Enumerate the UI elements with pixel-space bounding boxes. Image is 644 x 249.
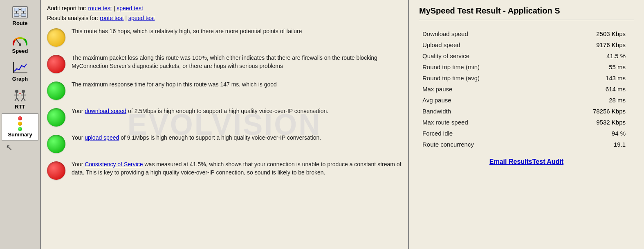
audit-header-text: Audit report for: [47, 5, 87, 11]
stat-value: 143 ms [546, 72, 634, 84]
stat-value: 614 ms [546, 84, 634, 95]
svg-line-21 [21, 98, 23, 101]
result-text-3: The maximum response time for any hop in… [72, 81, 402, 89]
table-row: Bandwidth78256 Kbps [419, 106, 634, 117]
sidebar: Route Speed Graph [0, 0, 41, 249]
result-rows: This route has 16 hops, which is relativ… [47, 27, 402, 180]
svg-point-13 [15, 90, 18, 93]
stat-value: 78256 Kbps [546, 106, 634, 117]
email-results-label: Email Results [489, 158, 532, 165]
left-panel: Audit report for: route test | speed tes… [41, 0, 409, 249]
download-speed-link[interactable]: download speed [85, 108, 126, 114]
stat-label: Max route speed [419, 117, 546, 128]
main-content: Audit report for: route test | speed tes… [41, 0, 644, 249]
consistency-link[interactable]: Consistency of Service [85, 161, 143, 168]
email-results-link[interactable]: Email ResultsTest Audit [489, 158, 563, 165]
table-row: Upload speed9176 Kbps [419, 39, 634, 50]
status-indicator-red-2 [47, 161, 65, 180]
svg-rect-4 [14, 13, 19, 16]
sidebar-speed-label: Speed [12, 48, 28, 54]
speed-icon [12, 33, 28, 47]
table-row: Max pause614 ms [419, 84, 634, 95]
stat-value: 55 ms [546, 61, 634, 72]
stat-label: Avg pause [419, 95, 546, 106]
audit-speed-link[interactable]: speed test [117, 5, 143, 11]
stat-value: 9532 Kbps [546, 117, 634, 128]
table-row: This route has 16 hops, which is relativ… [47, 27, 402, 47]
stat-value: 2503 Kbps [546, 28, 634, 39]
sidebar-rtt-label: RTT [15, 104, 25, 110]
svg-rect-2 [21, 8, 26, 11]
sidebar-graph-label: Graph [12, 76, 28, 82]
stat-label: Quality of service [419, 50, 546, 61]
sidebar-item-summary[interactable]: Summary [2, 113, 38, 140]
table-row: The maximum response time for any hop in… [47, 81, 402, 100]
result-text-2: The maximum packet loss along this route… [72, 54, 402, 70]
cursor-icon: ↖ [6, 143, 13, 152]
stat-label: Max pause [419, 84, 546, 95]
stat-label: Bandwidth [419, 106, 546, 117]
svg-line-22 [23, 98, 25, 101]
svg-line-17 [17, 98, 19, 101]
results-header: Results analysis for: route test | speed… [47, 15, 402, 21]
status-indicator-green-1 [47, 81, 65, 100]
stat-label: Route concurrency [419, 139, 546, 150]
result-text-4: Your download speed of 2.5Mbps is high e… [72, 107, 402, 115]
email-results-section: Email ResultsTest Audit [419, 158, 634, 165]
table-row: Round trip time (min)55 ms [419, 61, 634, 72]
table-row: Round trip time (avg)143 ms [419, 72, 634, 84]
table-row: Your download speed of 2.5Mbps is high e… [47, 107, 402, 127]
svg-line-16 [15, 98, 17, 101]
status-indicator-red-1 [47, 55, 65, 73]
sidebar-item-route[interactable]: Route [2, 2, 38, 29]
results-route-link[interactable]: route test [100, 15, 123, 21]
stats-table: Download speed2503 KbpsUpload speed9176 … [419, 28, 634, 150]
table-row: Forced idle94 % [419, 128, 634, 139]
sidebar-item-speed[interactable]: Speed [2, 30, 38, 57]
svg-line-10 [16, 39, 20, 45]
table-row: Your upload speed of 9.1Mbps is high eno… [47, 134, 402, 153]
audit-route-link[interactable]: route test [88, 5, 112, 11]
results-speed-link[interactable]: speed test [128, 15, 155, 21]
result-text-5: Your upload speed of 9.1Mbps is high eno… [72, 134, 402, 142]
table-row: Quality of service41.5 % [419, 50, 634, 61]
rtt-icon [12, 88, 28, 103]
stat-label: Forced idle [419, 128, 546, 139]
table-row: Avg pause28 ms [419, 95, 634, 106]
stat-label: Round trip time (min) [419, 61, 546, 72]
table-row: The maximum packet loss along this route… [47, 54, 402, 73]
stat-value: 41.5 % [546, 50, 634, 61]
stat-label: Upload speed [419, 39, 546, 50]
stat-value: 28 ms [546, 95, 634, 106]
stat-label: Download speed [419, 28, 546, 39]
stat-label: Round trip time (avg) [419, 72, 546, 84]
table-row: Route concurrency19.1 [419, 139, 634, 150]
status-indicator-yellow [47, 28, 65, 47]
svg-rect-5 [21, 13, 26, 16]
result-text-6: Your Consistency of Service was measured… [72, 161, 402, 177]
right-panel-title: MySpeed Test Result - Application S [419, 6, 634, 20]
summary-icon [12, 116, 28, 131]
upload-speed-link[interactable]: upload speed [85, 134, 119, 141]
sidebar-item-rtt[interactable]: RTT [2, 86, 38, 113]
table-row: Max route speed9532 Kbps [419, 117, 634, 128]
svg-point-18 [22, 90, 25, 93]
stat-value: 9176 Kbps [546, 39, 634, 50]
table-row: Your Consistency of Service was measured… [47, 161, 402, 180]
cursor-area: ↖ [2, 141, 38, 154]
results-header-text: Results analysis for: [47, 15, 98, 21]
route-icon [12, 5, 28, 19]
table-row: Download speed2503 Kbps [419, 28, 634, 39]
test-audit-label: Test Audit [532, 158, 563, 165]
sidebar-route-label: Route [13, 20, 28, 26]
svg-rect-1 [14, 8, 19, 11]
stat-value: 94 % [546, 128, 634, 139]
sidebar-item-graph[interactable]: Graph [2, 58, 38, 85]
right-panel: MySpeed Test Result - Application S Down… [409, 0, 644, 249]
graph-icon [12, 61, 28, 75]
result-text-1: This route has 16 hops, which is relativ… [72, 27, 402, 36]
audit-header: Audit report for: route test | speed tes… [47, 5, 402, 11]
stat-value: 19.1 [546, 139, 634, 150]
results-sep: | [125, 15, 128, 21]
status-indicator-green-2 [47, 108, 65, 127]
